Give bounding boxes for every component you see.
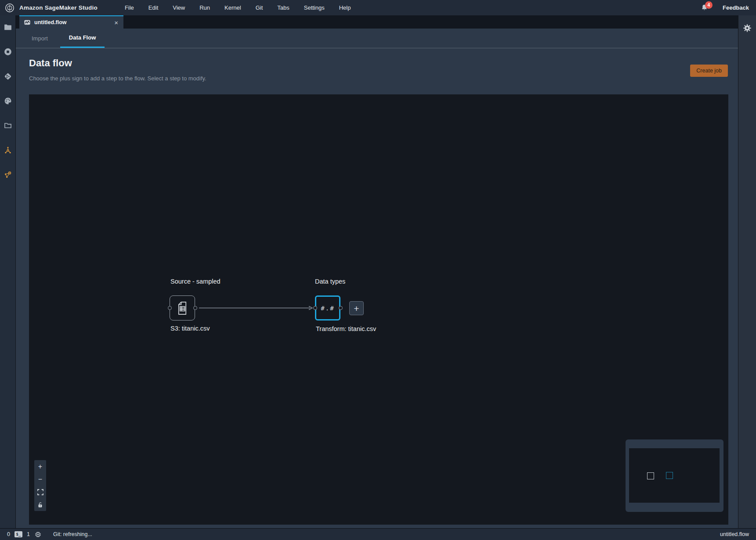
menu-view[interactable]: View bbox=[173, 4, 185, 11]
flow-canvas[interactable]: Source - sampled S3: titanic.csv Data ty… bbox=[29, 94, 728, 525]
top-menu-bar: Amazon SageMaker Studio File Edit View R… bbox=[0, 0, 756, 15]
components-registries-icon[interactable] bbox=[3, 170, 13, 180]
transform-node-title: Data types bbox=[315, 278, 345, 285]
tab-label: untitled.flow bbox=[34, 19, 110, 25]
git-icon[interactable] bbox=[3, 72, 13, 81]
csv-document-icon bbox=[174, 300, 190, 317]
transform-node-output-port[interactable] bbox=[339, 306, 343, 310]
app-title: Amazon SageMaker Studio bbox=[19, 4, 98, 11]
transform-node[interactable]: #.# bbox=[315, 295, 340, 320]
minimap-viewport bbox=[629, 448, 720, 503]
transform-node-label: Transform: titanic.csv bbox=[316, 325, 376, 332]
canvas-zoom-controls: + − bbox=[34, 460, 46, 511]
fit-view-icon[interactable] bbox=[34, 486, 46, 498]
zoom-out-button[interactable]: − bbox=[34, 473, 46, 486]
flow-settings-gear-icon[interactable] bbox=[742, 23, 752, 33]
canvas-minimap[interactable] bbox=[626, 439, 723, 512]
terminals-count: 0 bbox=[7, 531, 10, 537]
source-node[interactable] bbox=[170, 295, 195, 320]
source-node-label: S3: titanic.csv bbox=[170, 325, 210, 332]
data-flow-header: Data flow Choose the plus sign to add a … bbox=[16, 49, 738, 94]
status-bar: 0 $_ 1 Git: refreshing... untitled.flow bbox=[0, 528, 756, 540]
menu-run[interactable]: Run bbox=[199, 4, 210, 11]
left-activity-sidebar bbox=[0, 15, 16, 528]
feedback-link[interactable]: Feedback bbox=[723, 4, 749, 11]
menu-file[interactable]: File bbox=[125, 4, 134, 11]
source-node-title: Source - sampled bbox=[170, 278, 221, 285]
flow-edge bbox=[29, 94, 728, 525]
experiments-network-icon[interactable] bbox=[3, 145, 13, 155]
flow-file-icon bbox=[24, 19, 31, 26]
kernel-terminal-indicator[interactable]: 0 $_ 1 bbox=[7, 531, 42, 538]
git-status-text[interactable]: Git: refreshing... bbox=[53, 531, 92, 537]
running-kernels-icon[interactable] bbox=[3, 47, 13, 57]
sagemaker-logo-icon bbox=[4, 3, 15, 13]
menu-settings[interactable]: Settings bbox=[304, 4, 325, 11]
zoom-in-button[interactable]: + bbox=[34, 460, 46, 473]
menu-tabs[interactable]: Tabs bbox=[277, 4, 289, 11]
right-settings-strip bbox=[738, 15, 756, 528]
flow-view-tabs: Import Data Flow bbox=[16, 29, 738, 48]
page-subtitle: Choose the plus sign to add a step to th… bbox=[29, 75, 206, 82]
statusbar-filename: untitled.flow bbox=[720, 531, 749, 537]
menu-help[interactable]: Help bbox=[339, 4, 351, 11]
source-node-input-port[interactable] bbox=[168, 306, 172, 310]
menu-bar: File Edit View Run Kernel Git Tabs Setti… bbox=[125, 4, 351, 11]
file-browser-icon[interactable] bbox=[3, 22, 13, 32]
document-tab-bar: untitled.flow × bbox=[16, 15, 738, 29]
unlock-icon[interactable] bbox=[34, 498, 46, 511]
kernels-count: 1 bbox=[27, 531, 30, 537]
add-step-button[interactable]: + bbox=[349, 301, 364, 315]
tab-close-icon[interactable]: × bbox=[113, 19, 119, 26]
kernel-chip-icon bbox=[34, 531, 42, 538]
data-types-glyph: #.# bbox=[321, 305, 334, 312]
source-node-output-port[interactable] bbox=[193, 306, 197, 310]
notification-count-badge: 4 bbox=[705, 1, 713, 9]
transform-node-input-port[interactable] bbox=[313, 306, 317, 310]
menu-git[interactable]: Git bbox=[256, 4, 263, 11]
page-title: Data flow bbox=[29, 58, 72, 69]
commands-palette-icon[interactable] bbox=[3, 96, 13, 106]
minimap-transform-node bbox=[666, 472, 673, 479]
main-panel: untitled.flow × Import Data Flow Data fl… bbox=[16, 15, 738, 528]
open-tabs-icon[interactable] bbox=[3, 121, 13, 130]
notifications-bell-icon[interactable]: 4 bbox=[699, 3, 709, 13]
menu-edit[interactable]: Edit bbox=[148, 4, 158, 11]
minimap-source-node bbox=[647, 472, 654, 479]
tab-untitled-flow[interactable]: untitled.flow × bbox=[19, 15, 123, 29]
sagemaker-studio-window: Amazon SageMaker Studio File Edit View R… bbox=[0, 0, 756, 540]
menu-kernel[interactable]: Kernel bbox=[224, 4, 241, 11]
tab-data-flow[interactable]: Data Flow bbox=[60, 29, 105, 48]
terminal-icon: $_ bbox=[14, 531, 22, 537]
tab-import[interactable]: Import bbox=[27, 29, 52, 48]
create-job-button[interactable]: Create job bbox=[690, 65, 728, 77]
